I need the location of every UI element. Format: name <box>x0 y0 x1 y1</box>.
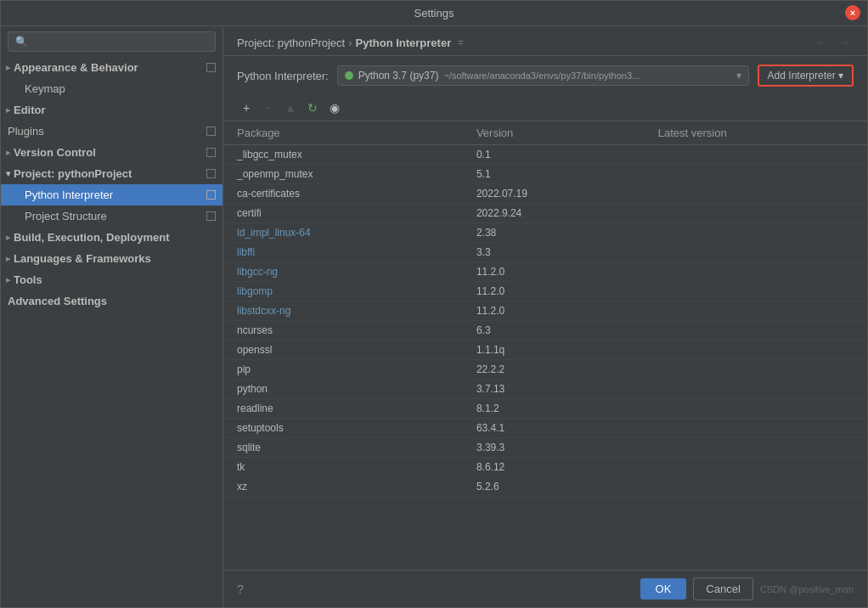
package-version: 11.2.0 <box>463 262 645 282</box>
table-row[interactable]: ca-certificates2022.07.19 <box>223 184 867 204</box>
package-name: ld_impl_linux-64 <box>223 223 463 243</box>
external-icon <box>206 127 216 136</box>
sidebar-item-python-interpreter[interactable]: Python Interpreter <box>1 184 223 205</box>
external-icon <box>206 63 216 72</box>
table-row[interactable]: python3.7.13 <box>223 380 867 399</box>
close-button[interactable]: × <box>845 5 860 20</box>
table-row[interactable]: libgomp11.2.0 <box>223 282 867 301</box>
show-button[interactable]: ◉ <box>325 99 344 117</box>
table-row[interactable]: setuptools63.4.1 <box>223 419 867 438</box>
table-row[interactable]: certifi2022.9.24 <box>223 204 867 223</box>
package-name: python <box>223 380 463 399</box>
table-row[interactable]: tk8.6.12 <box>223 458 867 477</box>
package-name: ca-certificates <box>223 184 463 204</box>
sidebar-label: Tools <box>14 273 42 286</box>
sidebar-item-languages[interactable]: ▸ Languages & Frameworks <box>1 248 223 269</box>
package-version: 1.1.1q <box>463 341 645 360</box>
package-latest <box>645 204 867 223</box>
package-latest <box>645 184 867 204</box>
package-name: pip <box>223 360 463 380</box>
status-dot <box>345 71 353 80</box>
package-name: libffi <box>223 243 463 262</box>
interpreter-path: ~/software/anaconda3/envs/py37/bin/pytho… <box>443 70 640 81</box>
col-version: Version <box>463 121 645 145</box>
sidebar-item-keymap[interactable]: Keymap <box>1 78 223 99</box>
package-version: 2.38 <box>463 223 645 243</box>
package-latest <box>645 243 867 262</box>
remove-package-button[interactable]: − <box>259 99 278 117</box>
package-version: 3.7.13 <box>463 380 645 399</box>
package-version: 3.39.3 <box>463 438 645 458</box>
footer-right: OK Cancel CSDN @positive_man <box>640 577 854 600</box>
main-panel: Project: pythonProject › Python Interpre… <box>223 26 867 607</box>
package-name: setuptools <box>223 419 463 438</box>
table-row[interactable]: ld_impl_linux-642.38 <box>223 223 867 243</box>
package-name: libgomp <box>223 282 463 301</box>
sidebar-label: Version Control <box>14 146 96 159</box>
sidebar-label: Editor <box>14 104 46 116</box>
arrow-icon: ▸ <box>6 254 10 263</box>
package-table-container[interactable]: Package Version Latest version _libgcc_m… <box>223 121 867 570</box>
package-version: 2022.9.24 <box>463 204 645 223</box>
sidebar-item-tools[interactable]: ▸ Tools <box>1 269 223 290</box>
main-header: Project: pythonProject › Python Interpre… <box>223 26 867 56</box>
package-latest <box>645 321 867 341</box>
interpreter-name: Python 3.7 (py37) <box>358 70 439 82</box>
external-icon <box>206 169 216 178</box>
sidebar-item-editor[interactable]: ▸ Editor <box>1 99 223 121</box>
table-row[interactable]: libffi3.3 <box>223 243 867 262</box>
interpreter-row: Python Interpreter: Python 3.7 (py37) ~/… <box>223 56 867 95</box>
search-input[interactable] <box>8 31 216 52</box>
dropdown-arrow-icon: ▾ <box>736 70 741 82</box>
package-latest <box>645 341 867 360</box>
arrow-icon: ▸ <box>6 63 10 72</box>
sidebar-item-plugins[interactable]: Plugins <box>1 121 223 142</box>
table-row[interactable]: _openmp_mutex5.1 <box>223 165 867 184</box>
ok-button[interactable]: OK <box>640 578 687 600</box>
sidebar-item-build[interactable]: ▸ Build, Execution, Deployment <box>1 227 223 248</box>
table-row[interactable]: sqlite3.39.3 <box>223 438 867 458</box>
sidebar-item-version-control[interactable]: ▸ Version Control <box>1 142 223 163</box>
package-latest <box>645 145 867 165</box>
sidebar-label: Languages & Frameworks <box>14 252 151 265</box>
sidebar-item-appearance[interactable]: ▸ Appearance & Behavior <box>1 57 223 78</box>
sidebar-label: Advanced Settings <box>8 295 107 307</box>
package-version: 11.2.0 <box>463 282 645 301</box>
table-row[interactable]: xz5.2.6 <box>223 477 867 497</box>
sidebar-item-advanced[interactable]: Advanced Settings <box>1 290 223 312</box>
add-interpreter-button[interactable]: Add Interpreter ▾ <box>758 65 854 87</box>
package-name: tk <box>223 458 463 477</box>
table-row[interactable]: openssl1.1.1q <box>223 341 867 360</box>
sidebar-label: Project Structure <box>25 210 107 222</box>
nav-arrows: ← → <box>813 35 854 50</box>
forward-button[interactable]: → <box>835 35 854 50</box>
table-row[interactable]: pip22.2.2 <box>223 360 867 380</box>
add-package-button[interactable]: + <box>237 99 256 117</box>
arrow-icon: ▸ <box>6 233 10 242</box>
interpreter-dropdown[interactable]: Python 3.7 (py37) ~/software/anaconda3/e… <box>337 65 749 86</box>
table-row[interactable]: readline8.1.2 <box>223 399 867 419</box>
help-icon[interactable]: ? <box>237 583 244 596</box>
arrow-icon: ▾ <box>6 169 10 178</box>
external-icon <box>206 190 216 200</box>
sidebar-item-project-structure[interactable]: Project Structure <box>1 205 223 227</box>
refresh-button[interactable]: ↻ <box>303 99 322 117</box>
settings-window: Settings × ▸ Appearance & Behavior Keyma… <box>0 0 868 608</box>
back-button[interactable]: ← <box>813 35 831 50</box>
table-row[interactable]: libstdcxx-ng11.2.0 <box>223 301 867 321</box>
sidebar-label: Project: pythonProject <box>14 167 132 180</box>
package-name: readline <box>223 399 463 419</box>
package-table: Package Version Latest version _libgcc_m… <box>223 121 867 497</box>
table-row[interactable]: libgcc-ng11.2.0 <box>223 262 867 282</box>
interpreter-label: Python Interpreter: <box>237 70 329 82</box>
package-name: xz <box>223 477 463 497</box>
sidebar-item-project[interactable]: ▾ Project: pythonProject <box>1 163 223 184</box>
cancel-button[interactable]: Cancel <box>693 577 752 600</box>
up-package-button[interactable]: ▲ <box>281 99 300 117</box>
package-name: certifi <box>223 204 463 223</box>
package-latest <box>645 458 867 477</box>
external-icon <box>206 211 216 221</box>
package-version: 0.1 <box>463 145 645 165</box>
table-row[interactable]: _libgcc_mutex0.1 <box>223 145 867 165</box>
table-row[interactable]: ncurses6.3 <box>223 321 867 341</box>
